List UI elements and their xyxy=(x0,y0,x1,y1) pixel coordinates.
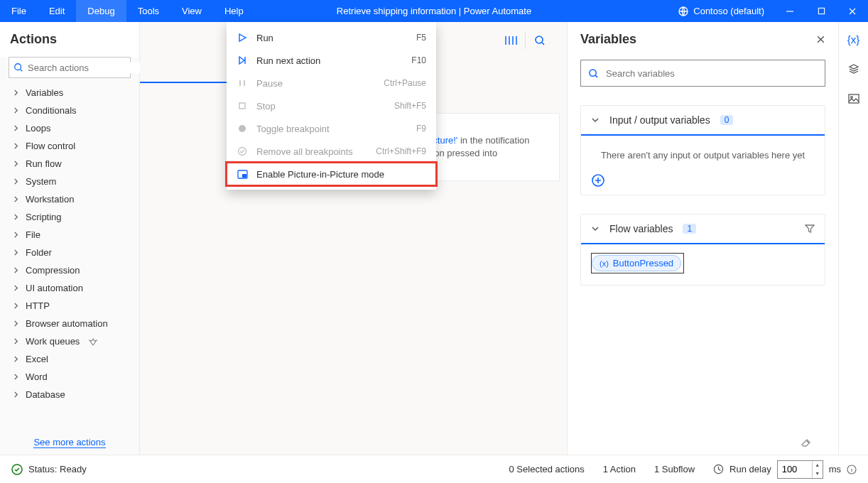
actions-group-label: Compression xyxy=(26,265,80,276)
filter-icon[interactable] xyxy=(805,224,815,234)
io-variables-header[interactable]: Input / output variables 0 xyxy=(581,106,825,136)
actions-group[interactable]: Browser automation xyxy=(0,315,139,332)
debug-menu-item[interactable]: RunF5 xyxy=(227,26,436,49)
spin-up[interactable]: ▲ xyxy=(813,461,823,470)
spin-down[interactable]: ▼ xyxy=(813,470,823,478)
image-icon[interactable] xyxy=(847,92,861,106)
io-variables-count: 0 xyxy=(720,115,734,125)
add-variable-button[interactable] xyxy=(591,173,815,188)
actions-group[interactable]: Conditionals xyxy=(0,102,139,119)
actions-group[interactable]: Folder xyxy=(0,244,139,261)
chevron-right-icon xyxy=(13,303,20,309)
debug-menu-label: Run next action xyxy=(256,55,403,66)
bp-icon xyxy=(237,123,248,134)
flow-variables-count: 1 xyxy=(683,224,696,234)
actions-group[interactable]: System xyxy=(0,173,139,190)
svg-point-12 xyxy=(850,97,852,99)
status-ok-icon xyxy=(11,464,23,475)
io-variables-section: Input / output variables 0 There aren't … xyxy=(580,105,825,195)
actions-group[interactable]: File xyxy=(0,226,139,244)
see-more-actions[interactable]: See more actions xyxy=(0,430,139,455)
designer-toolbar xyxy=(497,29,554,52)
chevron-right-icon xyxy=(13,89,20,96)
actions-group[interactable]: Scripting xyxy=(0,208,139,226)
actions-group-label: Excel xyxy=(26,354,48,364)
chevron-right-icon xyxy=(13,391,20,398)
menu-view[interactable]: View xyxy=(170,0,213,22)
actions-group[interactable]: Database xyxy=(0,386,139,403)
actions-group[interactable]: HTTP xyxy=(0,297,139,315)
variable-chip-wrap[interactable]: (x) ButtonPressed xyxy=(591,253,684,273)
menu-edit[interactable]: Edit xyxy=(38,0,76,22)
columns-icon[interactable] xyxy=(497,29,525,52)
svg-rect-4 xyxy=(239,103,245,109)
svg-point-5 xyxy=(239,125,246,132)
actions-group[interactable]: Work queues xyxy=(0,332,139,350)
debug-menu-item[interactable]: Run next actionF10 xyxy=(227,49,436,72)
actions-search[interactable] xyxy=(9,57,131,78)
actions-group-label: Scripting xyxy=(26,212,62,222)
chevron-right-icon xyxy=(13,178,20,185)
org-name: Contoso (default) xyxy=(693,6,764,16)
actions-group[interactable]: Workstation xyxy=(0,190,139,208)
debug-menu-item: StopShift+F5 xyxy=(227,94,436,117)
right-rail: {x} xyxy=(838,22,868,455)
actions-search-input[interactable] xyxy=(28,63,147,73)
menu-file[interactable]: File xyxy=(0,0,38,22)
actions-group[interactable]: Compression xyxy=(0,261,139,279)
debug-menu-label: Enable Picture-in-Picture mode xyxy=(256,169,418,180)
actions-group[interactable]: Flow control xyxy=(0,137,139,155)
actions-group-label: Word xyxy=(26,371,48,382)
svg-rect-1 xyxy=(818,8,824,13)
window-minimize[interactable] xyxy=(774,0,805,22)
window-maximize[interactable] xyxy=(805,0,837,22)
actions-group[interactable]: Excel xyxy=(0,350,139,368)
flow-variables-section: Flow variables 1 (x) ButtonPressed xyxy=(580,214,825,286)
info-icon[interactable] xyxy=(847,465,857,474)
debug-menu-shortcut: Shift+F5 xyxy=(394,101,426,111)
chevron-right-icon xyxy=(13,338,20,344)
window-close[interactable] xyxy=(837,0,868,22)
search-icon[interactable] xyxy=(526,29,554,52)
debug-menu-item[interactable]: Enable Picture-in-Picture mode xyxy=(227,163,436,185)
eraser-icon[interactable] xyxy=(787,428,825,455)
layers-icon[interactable] xyxy=(847,62,861,76)
variable-chip[interactable]: (x) ButtonPressed xyxy=(592,255,681,271)
chevron-right-icon xyxy=(13,107,20,114)
debug-dropdown: RunF5Run next actionF10PauseCtrl+PauseSt… xyxy=(227,22,436,190)
chevron-right-icon xyxy=(13,285,20,291)
org-picker[interactable]: Contoso (default) xyxy=(668,6,774,17)
chevron-right-icon xyxy=(13,214,20,220)
debug-menu-item: Toggle breakpointF9 xyxy=(227,117,436,140)
flow-variables-header[interactable]: Flow variables 1 xyxy=(581,215,825,244)
variables-search-input[interactable] xyxy=(606,68,818,79)
io-variables-empty: There aren't any input or output variabl… xyxy=(591,150,815,161)
chevron-right-icon xyxy=(13,249,20,256)
actions-group[interactable]: Loops xyxy=(0,119,139,137)
step-icon xyxy=(237,55,248,66)
search-icon xyxy=(588,68,599,79)
chevron-right-icon xyxy=(13,161,20,167)
variables-search[interactable] xyxy=(580,60,825,87)
actions-group[interactable]: Variables xyxy=(0,84,139,102)
menu-bar: File Edit Debug Tools View Help Retrieve… xyxy=(0,0,868,22)
actions-group-label: Folder xyxy=(26,247,52,258)
variables-rail-icon[interactable]: {x} xyxy=(847,32,861,46)
actions-group[interactable]: Word xyxy=(0,368,139,386)
close-icon[interactable] xyxy=(816,35,825,44)
play-icon xyxy=(237,32,248,43)
chevron-right-icon xyxy=(13,374,20,380)
designer-canvas: essage ssage 'Running in Picture-in-Pict… xyxy=(140,22,567,455)
debug-menu-item: Remove all breakpointsCtrl+Shift+F9 xyxy=(227,140,436,163)
run-delay-input[interactable] xyxy=(778,464,812,474)
rmbp-icon xyxy=(237,146,248,157)
menu-tools[interactable]: Tools xyxy=(126,0,170,22)
actions-group[interactable]: Run flow xyxy=(0,155,139,173)
menu-help[interactable]: Help xyxy=(213,0,255,22)
actions-group[interactable]: UI automation xyxy=(0,279,139,297)
run-delay-label: Run delay xyxy=(729,464,771,474)
menu-debug[interactable]: Debug xyxy=(76,0,126,22)
run-delay-field[interactable]: ▲ ▼ xyxy=(777,460,823,479)
actions-panel: Actions VariablesConditionalsLoopsFlow c… xyxy=(0,22,140,455)
debug-menu-shortcut: F9 xyxy=(416,124,426,134)
